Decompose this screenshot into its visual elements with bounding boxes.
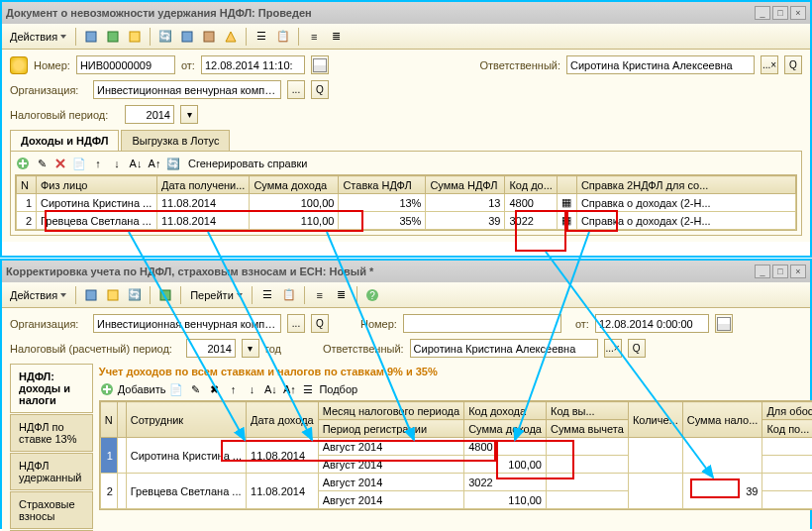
col-date[interactable]: Дата получени... bbox=[157, 176, 250, 194]
sort-desc-icon[interactable]: A↑ bbox=[281, 381, 297, 397]
delete-icon[interactable]: ✖ bbox=[206, 381, 222, 397]
table-row[interactable]: 2 Гревцева Светлана ... 11.08.2014 Авгус… bbox=[100, 474, 812, 491]
responsible-input[interactable] bbox=[566, 55, 755, 74]
up-icon[interactable]: ↑ bbox=[90, 156, 106, 171]
tool-icon[interactable] bbox=[81, 27, 101, 47]
save-icon[interactable] bbox=[103, 27, 123, 47]
table-row[interactable]: 2 Гревцева Светлана ... 11.08.2014 110,0… bbox=[17, 212, 796, 230]
lookup-button[interactable]: Q bbox=[784, 55, 802, 74]
tool-icon[interactable]: ☰ bbox=[252, 27, 271, 47]
selection-label[interactable]: Подбор bbox=[319, 383, 357, 395]
help-icon[interactable]: ? bbox=[362, 285, 382, 305]
col-mark[interactable] bbox=[117, 402, 126, 438]
select-button[interactable]: ...× bbox=[761, 55, 778, 74]
col-code2[interactable]: Код по... bbox=[762, 420, 812, 438]
tool-icon[interactable]: 🔄 bbox=[125, 285, 145, 305]
edit-icon[interactable]: ✎ bbox=[34, 156, 50, 171]
selection-button[interactable]: ☰ bbox=[300, 381, 316, 397]
number-input[interactable] bbox=[403, 314, 561, 333]
calendar-button[interactable] bbox=[311, 55, 329, 74]
col-code[interactable]: Код дохода bbox=[464, 402, 547, 420]
col-reg-period[interactable]: Период регистрации bbox=[318, 420, 464, 438]
tool-icon[interactable] bbox=[81, 285, 101, 305]
actions-menu[interactable]: Действия bbox=[6, 289, 70, 301]
tab-lotus-export[interactable]: Выгрузка в Лотус bbox=[121, 130, 230, 151]
calendar-button[interactable] bbox=[715, 314, 733, 333]
col-ndfl[interactable]: Сумма НДФЛ bbox=[426, 176, 505, 194]
period-input[interactable] bbox=[186, 339, 236, 358]
org-input[interactable] bbox=[93, 80, 281, 99]
side-tab-income[interactable]: НДФЛ: доходы и налоги bbox=[10, 364, 93, 413]
table-row[interactable]: 1 Сиротина Кристина ... 11.08.2014 100,0… bbox=[17, 194, 796, 212]
col-rate[interactable]: Ставка НДФЛ bbox=[339, 176, 426, 194]
tool-icon[interactable]: 📋 bbox=[273, 27, 293, 47]
sort-asc-icon[interactable]: A↓ bbox=[262, 381, 278, 397]
col-n[interactable]: N bbox=[17, 176, 37, 194]
refresh-icon[interactable]: 🔄 bbox=[165, 156, 181, 171]
tool-icon[interactable] bbox=[155, 285, 175, 305]
date-input[interactable] bbox=[595, 314, 709, 333]
down-icon[interactable]: ↓ bbox=[244, 381, 259, 397]
org-input[interactable] bbox=[93, 314, 281, 333]
col-qty[interactable]: Количе... bbox=[628, 402, 682, 438]
number-input[interactable] bbox=[76, 55, 175, 74]
col-basis[interactable]: Для обос bbox=[762, 402, 812, 420]
minimize-button[interactable]: _ bbox=[755, 265, 770, 278]
tool-icon[interactable] bbox=[221, 27, 241, 47]
close-button[interactable]: × bbox=[790, 265, 806, 278]
add-icon[interactable] bbox=[15, 156, 31, 171]
detail-grid[interactable]: N Сотрудник Дата дохода Месяц налогового… bbox=[99, 400, 812, 510]
period-input[interactable] bbox=[125, 105, 174, 124]
side-tab-contrib[interactable]: Страховые взносы bbox=[10, 491, 93, 529]
tool-icon[interactable]: ☰ bbox=[257, 285, 277, 305]
col-person[interactable]: Физ лицо bbox=[37, 176, 157, 194]
lookup-button[interactable]: Q bbox=[628, 339, 646, 358]
close-button[interactable]: × bbox=[790, 6, 806, 20]
col-n[interactable]: N bbox=[100, 402, 117, 438]
sort-desc-icon[interactable]: A↑ bbox=[147, 156, 162, 171]
col-marker[interactable] bbox=[557, 176, 576, 194]
select-button[interactable]: ... bbox=[287, 80, 305, 99]
col-income-sum[interactable]: Сумма дохода bbox=[464, 420, 547, 438]
generate-refs-button[interactable]: Сгенерировать справки bbox=[184, 158, 311, 169]
goto-menu[interactable]: Перейти bbox=[186, 289, 247, 301]
list-icon[interactable]: ≣ bbox=[332, 285, 352, 305]
maximize-button[interactable]: □ bbox=[772, 265, 788, 278]
col-employee[interactable]: Сотрудник bbox=[126, 402, 246, 438]
tool-icon[interactable]: 📄 bbox=[168, 381, 184, 397]
responsible-input[interactable] bbox=[410, 339, 598, 358]
add-button[interactable] bbox=[99, 381, 115, 397]
spinner-button[interactable]: ▾ bbox=[180, 105, 198, 124]
tab-income-ndfl[interactable]: Доходы и НДФЛ bbox=[10, 130, 119, 151]
date-input[interactable] bbox=[201, 55, 305, 74]
down-icon[interactable]: ↓ bbox=[109, 156, 125, 171]
col-ref[interactable]: Справка 2НДФЛ для со... bbox=[576, 176, 795, 194]
col-deduct-sum[interactable]: Сумма вычета bbox=[547, 420, 629, 438]
col-month[interactable]: Месяц налогового периода bbox=[318, 402, 464, 420]
lookup-button[interactable]: Q bbox=[311, 80, 329, 99]
sort-asc-icon[interactable]: A↓ bbox=[128, 156, 144, 171]
refresh-icon[interactable]: 🔄 bbox=[155, 27, 175, 47]
tool-icon[interactable] bbox=[103, 285, 123, 305]
col-date[interactable]: Дата дохода bbox=[247, 402, 319, 438]
tool-icon[interactable] bbox=[125, 27, 145, 47]
side-tab-13[interactable]: НДФЛ по ставке 13% bbox=[10, 414, 93, 452]
lookup-button[interactable]: Q bbox=[311, 314, 329, 333]
col-code[interactable]: Код до... bbox=[505, 176, 557, 194]
tool-icon[interactable] bbox=[199, 27, 219, 47]
col-deduct-code[interactable]: Код вы... bbox=[547, 402, 629, 420]
select-button[interactable]: ...× bbox=[604, 339, 622, 358]
col-income[interactable]: Сумма дохода bbox=[250, 176, 339, 194]
tool-icon[interactable]: 📋 bbox=[279, 285, 299, 305]
spinner-button[interactable]: ▾ bbox=[242, 339, 259, 358]
list-icon[interactable]: ≡ bbox=[304, 27, 324, 47]
actions-menu[interactable]: Действия bbox=[6, 31, 70, 43]
edit-icon[interactable]: ✎ bbox=[187, 381, 203, 397]
select-button[interactable]: ... bbox=[287, 314, 305, 333]
tool-icon[interactable]: 📄 bbox=[71, 156, 87, 171]
minimize-button[interactable]: _ bbox=[755, 6, 770, 20]
income-grid[interactable]: N Физ лицо Дата получени... Сумма дохода… bbox=[15, 174, 797, 231]
up-icon[interactable]: ↑ bbox=[225, 381, 241, 397]
col-tax[interactable]: Сумма нало... bbox=[682, 402, 762, 438]
side-tab-withheld[interactable]: НДФЛ удержанный bbox=[10, 453, 93, 490]
